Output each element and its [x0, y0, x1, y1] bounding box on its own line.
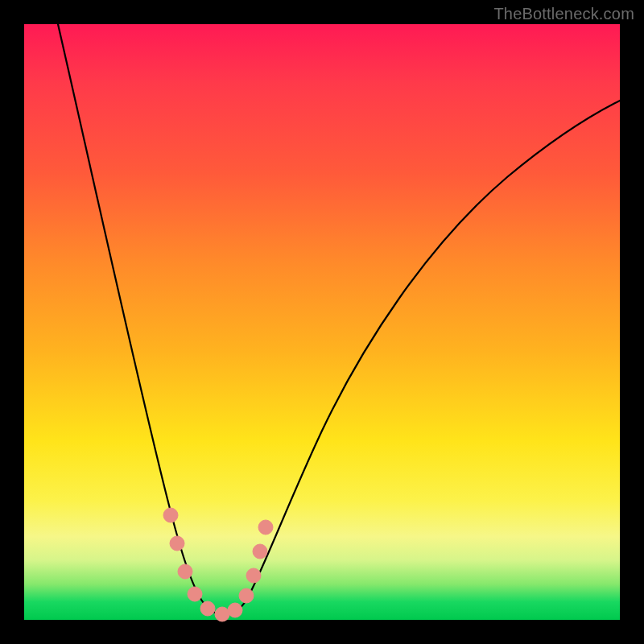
watermark-text: TheBottleneck.com	[493, 5, 634, 23]
marker-dot	[163, 508, 178, 522]
marker-dot	[253, 544, 267, 559]
marker-dot	[228, 603, 242, 617]
marker-dot	[246, 568, 261, 583]
curve-svg	[24, 24, 620, 620]
marker-dot	[188, 587, 202, 601]
marker-dot	[200, 601, 215, 616]
plot-area	[24, 24, 620, 620]
marker-dot	[258, 520, 273, 535]
marker-dot	[215, 607, 229, 621]
chart-stage: TheBottleneck.com	[0, 0, 644, 644]
marker-dot	[239, 588, 254, 603]
marker-dot	[170, 536, 184, 551]
bottleneck-curve	[58, 24, 620, 614]
marker-dot	[178, 564, 192, 579]
marker-group	[163, 508, 273, 621]
